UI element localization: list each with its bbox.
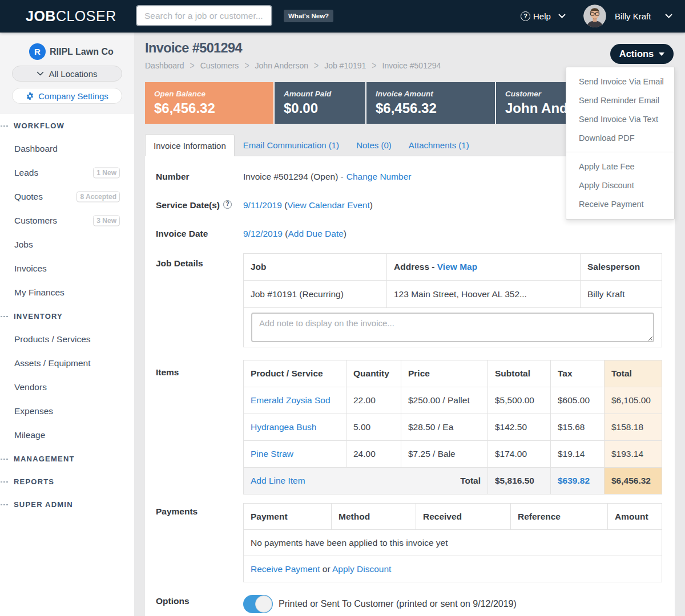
company-switcher[interactable]: R RIIPL Lawn Co	[29, 43, 134, 60]
tab-email-communication[interactable]: Email Communication (1)	[235, 134, 348, 156]
user-avatar[interactable]	[583, 5, 606, 27]
breadcrumb-dashboard[interactable]: Dashboard	[145, 61, 184, 70]
view-calendar-event-link[interactable]: View Calendar Event	[287, 201, 369, 210]
item-qty-cell: 24.00	[346, 441, 401, 468]
breadcrumb-chevron-icon: >	[314, 60, 319, 71]
service-date-link[interactable]: 9/11/2019	[243, 201, 282, 210]
address-column-header: Address - View Map	[387, 254, 581, 281]
items-subtotal-total: $5,816.50	[488, 468, 551, 495]
breadcrumb-job[interactable]: Job #10191	[324, 61, 366, 70]
item-total-cell: $6,105.00	[605, 387, 662, 414]
item-link-pine-straw[interactable]: Pine Straw	[251, 449, 293, 459]
sidebar-item-dashboard[interactable]: Dashboard	[0, 137, 134, 161]
sidebar-item-products-services[interactable]: Products / Services	[0, 327, 134, 351]
subtotal-header: Subtotal	[488, 360, 551, 387]
nav-section-management[interactable]: MANAGEMENT	[0, 447, 134, 470]
invoice-date-value: 9/12/2019 (Add Due Date)	[243, 229, 662, 238]
address-cell: 123 Main Street, Hoover AL 352...	[387, 281, 581, 308]
nav-item-label: Expenses	[14, 406, 53, 416]
service-dates-help-icon[interactable]: ?	[223, 200, 232, 209]
items-footer-left-cell: Add Line Item Total	[244, 468, 488, 495]
gear-icon	[26, 92, 34, 100]
item-subtotal-cell: $174.00	[488, 441, 551, 468]
user-chevron-down-icon[interactable]	[665, 0, 672, 32]
help-menu[interactable]: ? Help	[521, 0, 566, 32]
tax-total-link[interactable]: $639.82	[558, 476, 590, 485]
menu-item-send-reminder-email[interactable]: Send Reminder Email	[566, 91, 674, 110]
sidebar-item-mileage[interactable]: Mileage	[0, 423, 134, 447]
menu-item-send-invoice-via-email[interactable]: Send Invoice Via Email	[566, 72, 674, 91]
sidebar-item-vendors[interactable]: Vendors	[0, 375, 134, 399]
breadcrumb-john-anderson[interactable]: John Anderson	[255, 61, 308, 70]
sidebar-item-expenses[interactable]: Expenses	[0, 399, 134, 423]
sidebar-item-leads[interactable]: Leads1 New	[0, 161, 134, 185]
add-due-date-link[interactable]: Add Due Date	[288, 229, 343, 238]
menu-item-send-invoice-via-text[interactable]: Send Invoice Via Text	[566, 110, 674, 129]
sidebar-item-my-finances[interactable]: My Finances	[0, 281, 134, 305]
item-name-cell: Pine Straw	[244, 441, 346, 468]
paren-open: (	[282, 201, 287, 210]
sidebar-item-assets-equipment[interactable]: Assets / Equipment	[0, 351, 134, 375]
actions-button-label: Actions	[619, 48, 654, 59]
total-header: Total	[605, 360, 662, 387]
items-table: Product / Service Quantity Price Subtota…	[243, 360, 662, 495]
printed-sent-toggle[interactable]	[243, 595, 273, 613]
items-section: Items Product / Service Quantity Price S…	[156, 360, 662, 495]
sidebar-item-quotes[interactable]: Quotes8 Accepted	[0, 185, 134, 209]
options-label: Options	[156, 595, 243, 606]
user-name[interactable]: Billy Kraft	[615, 0, 651, 32]
breadcrumb-chevron-icon: >	[190, 60, 195, 71]
all-locations-dropdown[interactable]: All Locations	[12, 66, 122, 82]
main-area: Invoice #501294 Dashboard > Customers > …	[134, 32, 685, 616]
view-map-link[interactable]: View Map	[437, 262, 477, 271]
open-balance-value: $6,456.32	[154, 100, 264, 116]
add-line-item-link[interactable]: Add Line Item	[251, 476, 305, 485]
invoice-information-panel: Number Invoice #501294 (Open) - Change N…	[145, 156, 675, 616]
job-details-label: Job Details	[156, 253, 243, 268]
nav-section-workflow: WORKFLOW	[0, 114, 134, 137]
menu-item-download-pdf[interactable]: Download PDF	[566, 129, 674, 148]
invoice-note-textarea[interactable]	[251, 313, 654, 342]
item-link-emerald-zoysia-sod[interactable]: Emerald Zoysia Sod	[251, 395, 331, 405]
company-settings-button[interactable]: Company Settings	[12, 88, 122, 104]
receive-payment-link[interactable]: Receive Payment	[251, 564, 320, 574]
tab-attachments[interactable]: Attachments (1)	[400, 134, 478, 156]
payments-table: Payment Method Received Reference Amount…	[243, 503, 662, 582]
tab-invoice-information[interactable]: Invoice Information	[145, 134, 235, 156]
breadcrumb-customers[interactable]: Customers	[200, 61, 239, 70]
invoice-amount-value: $6,456.32	[376, 100, 486, 116]
printed-sent-toggle-label: Printed or Sent To Customer (printed or …	[279, 599, 517, 609]
number-text: Invoice #501294 (Open) -	[243, 172, 344, 181]
customers-badge: 3 New	[93, 216, 120, 226]
change-number-link[interactable]: Change Number	[346, 172, 412, 181]
nav-section-reports[interactable]: REPORTS	[0, 470, 134, 493]
menu-item-apply-late-fee[interactable]: Apply Late Fee	[566, 157, 674, 176]
actions-caret-icon	[659, 52, 664, 56]
menu-item-apply-discount[interactable]: Apply Discount	[566, 176, 674, 195]
actions-dropdown-menu: Send Invoice Via Email Send Reminder Ema…	[566, 67, 675, 220]
menu-item-receive-payment[interactable]: Receive Payment	[566, 195, 674, 214]
breadcrumb-invoice[interactable]: Invoice #501294	[382, 61, 441, 70]
open-balance-card: Open Balance $6,456.32	[145, 82, 273, 124]
breadcrumb-chevron-icon: >	[244, 60, 249, 71]
menu-divider	[566, 152, 674, 152]
reference-header: Reference	[511, 504, 608, 530]
nav-item-label: Products / Services	[14, 334, 91, 345]
item-link-hydrangea-bush[interactable]: Hydrangea Bush	[251, 422, 316, 432]
item-total-cell: $158.18	[605, 414, 662, 441]
actions-button[interactable]: Actions	[610, 44, 674, 64]
sidebar-item-customers[interactable]: Customers3 New	[0, 209, 134, 233]
help-label: Help	[533, 11, 551, 21]
payments-links-cell: Receive Payment or Apply Discount	[244, 556, 662, 582]
salesperson-cell: Billy Kraft	[581, 281, 662, 308]
sidebar-item-invoices[interactable]: Invoices	[0, 257, 134, 281]
apply-discount-link[interactable]: Apply Discount	[332, 564, 391, 574]
options-section: Options Printed or Sent To Customer (pri…	[156, 595, 662, 613]
tab-notes[interactable]: Notes (0)	[348, 134, 400, 156]
invoice-date-link[interactable]: 9/12/2019	[243, 229, 283, 238]
price-header: Price	[401, 360, 488, 387]
company-settings-label: Company Settings	[38, 91, 108, 101]
nav-section-super-admin[interactable]: SUPER ADMIN	[0, 493, 134, 516]
nav-item-label: Mileage	[14, 430, 45, 440]
sidebar-item-jobs[interactable]: Jobs	[0, 233, 134, 257]
